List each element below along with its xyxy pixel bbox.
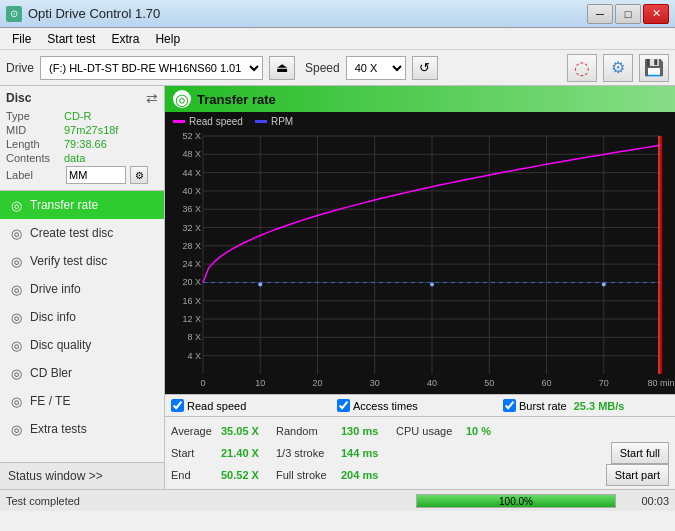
nav-disc-info[interactable]: ◎ Disc info — [0, 303, 164, 331]
access-times-check-item: Access times — [337, 399, 503, 412]
drive-select[interactable]: (F:) HL-DT-ST BD-RE WH16NS60 1.01 — [40, 56, 263, 80]
nav-drive-info-label: Drive info — [30, 282, 81, 296]
menu-bar: File Start test Extra Help — [0, 28, 675, 50]
refresh-button[interactable]: ↺ — [412, 56, 438, 80]
mid-label: MID — [6, 124, 64, 136]
chart-title: Transfer rate — [197, 92, 276, 107]
end-label: End — [171, 469, 221, 481]
nav-create-test-disc[interactable]: ◎ Create test disc — [0, 219, 164, 247]
full-stroke-label: Full stroke — [276, 469, 341, 481]
type-value: CD-R — [64, 110, 92, 122]
menu-help[interactable]: Help — [147, 30, 188, 48]
random-value: 130 ms — [341, 425, 396, 437]
stats-row-2: Start 21.40 X 1/3 stroke 144 ms Start fu… — [171, 442, 669, 464]
burst-rate-value: 25.3 MB/s — [574, 400, 625, 412]
maximize-button[interactable]: □ — [615, 4, 641, 24]
contents-value: data — [64, 152, 85, 164]
average-label: Average — [171, 425, 221, 437]
minimize-button[interactable]: ─ — [587, 4, 613, 24]
burst-rate-checkbox[interactable] — [503, 399, 516, 412]
stroke13-value: 144 ms — [341, 447, 396, 459]
nav-cd-bler[interactable]: ◎ CD Bler — [0, 359, 164, 387]
nav-verify-test-disc-label: Verify test disc — [30, 254, 107, 268]
stats-area: Average 35.05 X Random 130 ms CPU usage … — [165, 416, 675, 489]
verify-test-disc-icon: ◎ — [8, 254, 24, 269]
mid-value: 97m27s18f — [64, 124, 118, 136]
progress-text: 100.0% — [417, 496, 615, 507]
contents-label: Contents — [6, 152, 64, 164]
status-window-label: Status window >> — [8, 469, 103, 483]
label-input[interactable] — [66, 166, 126, 184]
speed-select[interactable]: 40 X — [346, 56, 406, 80]
save-button[interactable]: 💾 — [639, 54, 669, 82]
start-label: Start — [171, 447, 221, 459]
legend-rpm-color — [255, 120, 267, 123]
time-text: 00:03 — [624, 495, 669, 507]
checks-row: Read speed Access times Burst rate 25.3 … — [165, 394, 675, 416]
left-panel: Disc ⇄ Type CD-R MID 97m27s18f Length 79… — [0, 86, 165, 489]
transfer-rate-icon: ◎ — [8, 198, 24, 213]
nav-transfer-rate[interactable]: ◎ Transfer rate — [0, 191, 164, 219]
nav-transfer-rate-label: Transfer rate — [30, 198, 98, 212]
fe-te-icon: ◎ — [8, 394, 24, 409]
menu-start-test[interactable]: Start test — [39, 30, 103, 48]
access-times-check-label: Access times — [353, 400, 418, 412]
disc-info-icon: ◎ — [8, 310, 24, 325]
nav-create-test-disc-label: Create test disc — [30, 226, 113, 240]
stroke13-label: 1/3 stroke — [276, 447, 341, 459]
disc-arrow-icon[interactable]: ⇄ — [146, 90, 158, 106]
label-settings-button[interactable]: ⚙ — [130, 166, 148, 184]
nav-cd-bler-label: CD Bler — [30, 366, 72, 380]
chart-container — [165, 130, 675, 394]
access-times-checkbox[interactable] — [337, 399, 350, 412]
nav-fe-te[interactable]: ◎ FE / TE — [0, 387, 164, 415]
status-text: Test completed — [6, 495, 416, 507]
window-controls: ─ □ ✕ — [587, 4, 669, 24]
cpu-value: 10 % — [466, 425, 506, 437]
eject-button[interactable]: ⏏ — [269, 56, 295, 80]
disc-title: Disc — [6, 91, 31, 105]
start-part-button[interactable]: Start part — [606, 464, 669, 486]
main-content: Disc ⇄ Type CD-R MID 97m27s18f Length 79… — [0, 86, 675, 489]
disc-section: Disc ⇄ Type CD-R MID 97m27s18f Length 79… — [0, 86, 164, 191]
nav-items: ◎ Transfer rate ◎ Create test disc ◎ Ver… — [0, 191, 164, 443]
read-speed-check-label: Read speed — [187, 400, 246, 412]
disc-quality-icon: ◎ — [8, 338, 24, 353]
start-full-button[interactable]: Start full — [611, 442, 669, 464]
menu-file[interactable]: File — [4, 30, 39, 48]
chart-canvas — [165, 130, 675, 394]
cd-bler-icon: ◎ — [8, 366, 24, 381]
drive-info-icon: ◎ — [8, 282, 24, 297]
nav-disc-info-label: Disc info — [30, 310, 76, 324]
nav-drive-info[interactable]: ◎ Drive info — [0, 275, 164, 303]
legend-rpm: RPM — [255, 116, 293, 127]
create-test-disc-icon: ◎ — [8, 226, 24, 241]
toolbar: Drive (F:) HL-DT-ST BD-RE WH16NS60 1.01 … — [0, 50, 675, 86]
settings-button[interactable]: ⚙ — [603, 54, 633, 82]
burst-rate-check-label: Burst rate — [519, 400, 567, 412]
average-value: 35.05 X — [221, 425, 276, 437]
status-window-button[interactable]: Status window >> — [0, 462, 164, 489]
start-value: 21.40 X — [221, 447, 276, 459]
chart-legend: Read speed RPM — [165, 112, 675, 130]
menu-extra[interactable]: Extra — [103, 30, 147, 48]
erase-button[interactable]: ◌ — [567, 54, 597, 82]
chart-header: ◎ Transfer rate — [165, 86, 675, 112]
nav-verify-test-disc[interactable]: ◎ Verify test disc — [0, 247, 164, 275]
chart-icon: ◎ — [173, 90, 191, 108]
progress-bar-container: 100.0% — [416, 494, 616, 508]
length-label: Length — [6, 138, 64, 150]
read-speed-checkbox[interactable] — [171, 399, 184, 412]
legend-rpm-label: RPM — [271, 116, 293, 127]
cpu-label: CPU usage — [396, 425, 466, 437]
burst-rate-check-item: Burst rate 25.3 MB/s — [503, 399, 669, 412]
speed-label: Speed — [305, 61, 340, 75]
stats-row-1: Average 35.05 X Random 130 ms CPU usage … — [171, 420, 669, 442]
extra-tests-icon: ◎ — [8, 422, 24, 437]
close-button[interactable]: ✕ — [643, 4, 669, 24]
nav-disc-quality[interactable]: ◎ Disc quality — [0, 331, 164, 359]
nav-extra-tests[interactable]: ◎ Extra tests — [0, 415, 164, 443]
drive-label: Drive — [6, 61, 34, 75]
length-value: 79:38.66 — [64, 138, 107, 150]
end-value: 50.52 X — [221, 469, 276, 481]
